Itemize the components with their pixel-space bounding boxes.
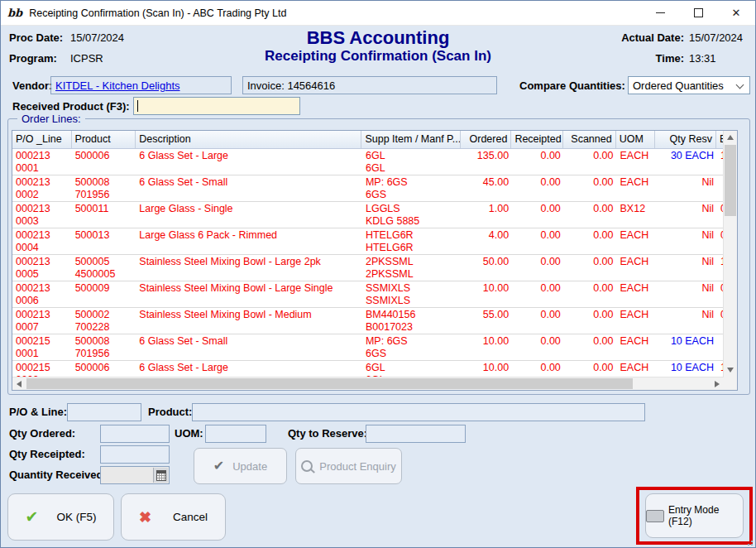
compare-quantities-select[interactable]: Ordered Quantities — [628, 76, 750, 94]
received-product-label: Received Product (F3): — [12, 100, 130, 113]
cell-scanned: 0.00 — [564, 149, 617, 175]
qty-receipted-input[interactable] — [100, 445, 170, 464]
close-button[interactable]: ✕ — [717, 1, 755, 25]
qty-ordered-input[interactable] — [100, 425, 170, 443]
col-description[interactable]: Description — [136, 131, 361, 148]
col-ordered[interactable]: Ordered — [461, 131, 512, 148]
scroll-up-icon[interactable] — [727, 135, 734, 140]
horizontal-scrollbar[interactable] — [12, 377, 724, 390]
actual-date-label: Actual Date: — [621, 31, 684, 44]
time-row: Time: 13:31 — [656, 52, 749, 65]
table-row[interactable]: 00021300025000087019566 Glass Set - Smal… — [12, 175, 724, 202]
cell-product: 500008701956 — [72, 175, 136, 201]
order-lines-legend: Order Lines: — [17, 113, 85, 125]
cancel-cross-icon: ✖ — [139, 510, 151, 525]
qty-receipted-label: Qty Receipted: — [9, 448, 85, 460]
qty-to-reserve-label: Qty to Reserve: — [288, 427, 367, 440]
table-row[interactable]: 00021500025000066 Glass Set - Large6GL6G… — [12, 361, 724, 377]
cell-ordered: 135.00 — [461, 149, 512, 175]
calculator-button[interactable] — [153, 468, 168, 483]
order-lines-table: P/O _Line Product Description Supp Item … — [12, 130, 738, 391]
update-button[interactable]: ✔ Update — [194, 448, 287, 484]
vendor-link[interactable]: KITDEL - Kitchen Delights — [55, 79, 180, 92]
cell-scanned: 0.00 — [564, 334, 617, 360]
col-uom[interactable]: UOM — [616, 131, 656, 148]
magnifier-icon — [301, 460, 313, 472]
table-row[interactable]: 0002130003500011Large Glass - SingleLGGL… — [12, 202, 724, 228]
received-product-input[interactable] — [133, 97, 300, 115]
cell-ordered: 45.00 — [461, 175, 512, 201]
maximize-button[interactable] — [679, 1, 717, 25]
cell-po-line: 0002130007 — [12, 308, 72, 334]
time-label: Time: — [656, 52, 684, 65]
table-row[interactable]: 0002130006500009Stainless Steel Mixing B… — [12, 281, 724, 308]
cell-description: 6 Glass Set - Large — [136, 361, 362, 377]
quantity-received-input[interactable] — [100, 466, 170, 484]
table-row[interactable]: 00021300055000054500005Stainless Steel M… — [12, 255, 724, 281]
table-row[interactable]: 00021500015000087019566 Glass Set - Smal… — [12, 334, 724, 361]
cell-scanned: 0.00 — [564, 228, 617, 254]
cell-po-line: 0002150001 — [12, 334, 72, 360]
cell-qty-resv: Nil — [656, 255, 717, 281]
update-check-icon: ✔ — [213, 459, 224, 473]
cell-product: 500008701956 — [72, 334, 136, 360]
col-po-line[interactable]: P/O _Line — [12, 131, 72, 148]
cell-ordered: 4.00 — [461, 228, 512, 254]
cell-description: 6 Glass Set - Small — [136, 334, 362, 360]
table-row[interactable]: 0002130004500013Large Glass 6 Pack - Rim… — [12, 228, 724, 255]
cell-supp-item: MP: 6GS6GS — [362, 334, 461, 360]
scroll-right-icon[interactable] — [715, 381, 720, 387]
cell-scanned: 0.00 — [564, 175, 617, 201]
cell-ordered: 10.00 — [461, 361, 512, 377]
col-scanned[interactable]: Scanned — [563, 131, 616, 148]
qty-to-reserve-input[interactable] — [366, 425, 466, 443]
invoice-box: Invoice: 14564616 — [242, 76, 497, 94]
table-row[interactable]: 0002130007500002700228Stainless Steel Mi… — [12, 308, 724, 334]
invoice-value: Invoice: 14564616 — [247, 79, 335, 92]
cell-uom: EACH — [617, 334, 657, 360]
cancel-button[interactable]: ✖ Cancel — [121, 493, 226, 541]
title-bar: bb Receipting Confirmation (Scan In) - A… — [1, 1, 755, 26]
cell-supp-item: 6GL6GL — [362, 361, 461, 377]
horizontal-scroll-thumb[interactable] — [26, 378, 633, 389]
col-supp-item[interactable]: Supp Item / Manf P... — [361, 131, 460, 148]
col-qty-resv[interactable]: Qty Resv — [655, 131, 716, 148]
cell-ordered: 1.00 — [461, 202, 512, 228]
vertical-scrollbar[interactable] — [723, 131, 737, 377]
ok-label: OK (F5) — [56, 511, 96, 523]
entry-mode-button[interactable]: Entry Mode (F12) — [645, 493, 744, 538]
cell-scanned: 0.00 — [564, 281, 617, 307]
cell-supp-item: 6GL6GL — [362, 149, 461, 175]
vertical-scroll-thumb[interactable] — [725, 145, 736, 216]
col-product[interactable]: Product — [72, 131, 136, 148]
scroll-left-icon[interactable] — [17, 381, 22, 387]
product-input[interactable] — [192, 403, 645, 421]
cell-receipted: 0.00 — [512, 175, 564, 201]
cell-description: 6 Glass Set - Small — [136, 175, 362, 201]
po-line-input[interactable] — [67, 403, 141, 421]
col-receipted[interactable]: Receipted — [511, 131, 563, 148]
maximize-icon — [694, 8, 703, 17]
scrollbar-corner — [724, 377, 737, 390]
compare-quantities-value: Ordered Quantities — [633, 79, 724, 92]
ok-button[interactable]: ✔ OK (F5) — [7, 493, 114, 541]
minimize-button[interactable] — [641, 1, 679, 25]
product-enquiry-button[interactable]: Product Enquiry — [295, 448, 402, 484]
product-enquiry-label: Product Enquiry — [319, 460, 396, 473]
cell-description: Stainless Steel Mixing Bowl - Large 2pk — [136, 255, 362, 281]
uom-label: UOM: — [175, 427, 203, 440]
resize-grip[interactable] — [744, 537, 753, 546]
cell-receipted: 0.00 — [512, 308, 564, 334]
scroll-down-icon[interactable] — [727, 368, 734, 373]
cell-po-line: 0002150002 — [12, 361, 72, 377]
cell-qty-resv: Nil — [656, 175, 717, 201]
cell-qty-resv: Nil — [656, 281, 717, 307]
cell-qty-resv: 10 EACH — [656, 361, 717, 377]
cell-qty-resv: Nil — [656, 202, 717, 228]
chevron-down-icon — [736, 81, 744, 89]
cell-uom: EACH — [617, 281, 657, 307]
uom-input[interactable] — [205, 425, 266, 443]
app-window: bb Receipting Confirmation (Scan In) - A… — [0, 0, 756, 548]
table-row[interactable]: 00021300015000066 Glass Set - Large6GL6G… — [12, 149, 724, 175]
page-title: Receipting Confirmation (Scan In) — [1, 48, 755, 65]
